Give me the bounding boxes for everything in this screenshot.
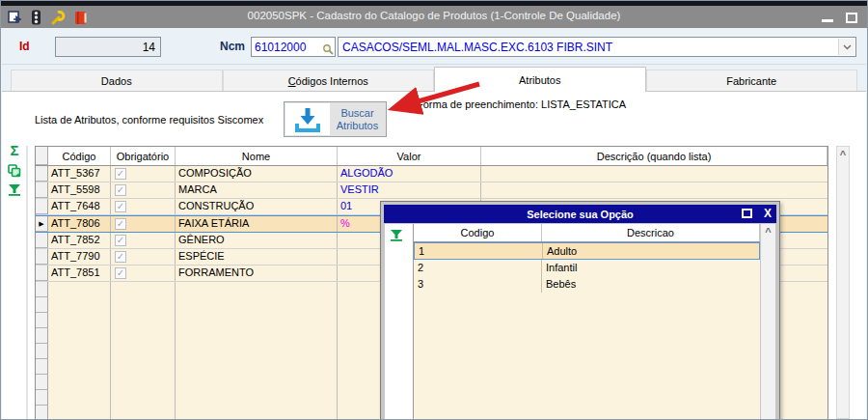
cell-codigo[interactable]: 3 bbox=[414, 276, 542, 293]
table-row[interactable]: ATT_5367✓COMPOSIÇÃOALGODÃO bbox=[36, 166, 827, 182]
empty-cell[interactable] bbox=[111, 344, 176, 359]
cell-descricao[interactable] bbox=[481, 182, 827, 198]
empty-cell[interactable] bbox=[176, 375, 338, 390]
tab-fabricante[interactable]: Fabricante bbox=[646, 70, 858, 91]
cell-valor[interactable]: VESTIR bbox=[338, 182, 481, 198]
empty-cell[interactable] bbox=[111, 406, 176, 419]
copy-export-icon[interactable] bbox=[8, 159, 22, 179]
grid-vertical-scrollbar[interactable]: ^ bbox=[836, 146, 850, 419]
cell-obrigatorio[interactable]: ✓ bbox=[111, 166, 176, 182]
table-row[interactable]: ATT_5598✓MARCAVESTIR bbox=[36, 182, 827, 199]
row-indicator bbox=[36, 344, 48, 359]
cell-codigo[interactable]: ATT_5598 bbox=[48, 182, 111, 198]
column-header[interactable]: Codigo bbox=[414, 224, 542, 241]
cell-nome[interactable]: CONSTRUÇÃO bbox=[176, 199, 338, 214]
empty-cell[interactable] bbox=[176, 297, 338, 313]
option-row[interactable]: 2Infantil bbox=[414, 260, 760, 276]
options-grid-body: 1Adulto2Infantil3Bebês bbox=[414, 242, 760, 420]
app-window: 002050SPK - Cadastro do Catalogo de Prod… bbox=[0, 0, 868, 420]
scroll-up-icon[interactable]: ^ bbox=[761, 224, 775, 238]
cell-descricao[interactable]: Bebês bbox=[542, 276, 760, 293]
empty-cell[interactable] bbox=[111, 297, 176, 313]
cell-nome[interactable]: FORRAMENTO bbox=[176, 266, 338, 281]
empty-cell[interactable] bbox=[176, 406, 338, 419]
dialog-maximize-button[interactable] bbox=[742, 209, 752, 218]
tab-dados[interactable]: Dados bbox=[11, 70, 223, 91]
cell-obrigatorio[interactable]: ✓ bbox=[111, 249, 176, 265]
column-header[interactable]: Código bbox=[48, 147, 111, 165]
empty-cell[interactable] bbox=[111, 390, 176, 406]
id-field[interactable]: 14 bbox=[55, 37, 161, 57]
buscar-atributos-button[interactable]: BuscarAtributos bbox=[284, 101, 387, 137]
cell-obrigatorio[interactable]: ✓ bbox=[111, 233, 176, 248]
dialog-scrollbar[interactable]: ^ bbox=[760, 224, 775, 420]
column-header[interactable]: Valor bbox=[338, 147, 481, 165]
column-header[interactable]: Descricao bbox=[542, 224, 760, 241]
empty-cell[interactable] bbox=[111, 359, 176, 375]
empty-cell[interactable] bbox=[176, 328, 338, 344]
cell-nome[interactable]: ESPÉCIE bbox=[176, 249, 338, 265]
empty-cell[interactable] bbox=[48, 282, 111, 297]
tab-atributos[interactable]: Atributos bbox=[434, 67, 646, 92]
cell-obrigatorio[interactable]: ✓ bbox=[111, 199, 176, 214]
empty-cell[interactable] bbox=[176, 313, 338, 328]
cell-codigo[interactable]: ATT_5367 bbox=[48, 166, 111, 182]
combo-dropdown-button[interactable] bbox=[838, 39, 854, 55]
id-label: Id bbox=[19, 40, 30, 53]
window-title: 002050SPK - Cadastro do Catalogo de Prod… bbox=[1, 10, 867, 21]
empty-cell[interactable] bbox=[111, 328, 176, 344]
option-row[interactable]: 1Adulto bbox=[414, 242, 760, 260]
cell-codigo[interactable]: 1 bbox=[415, 243, 543, 259]
filter-icon[interactable] bbox=[390, 232, 403, 243]
empty-cell[interactable] bbox=[48, 406, 111, 419]
empty-cell[interactable] bbox=[48, 375, 111, 390]
cell-nome[interactable]: FAIXA ETÁRIA bbox=[176, 216, 338, 232]
options-grid[interactable]: CodigoDescricao 1Adulto2Infantil3Bebês bbox=[413, 224, 760, 420]
column-header[interactable]: Descrição (quando lista) bbox=[481, 147, 827, 165]
cell-descricao[interactable] bbox=[481, 166, 827, 182]
empty-cell[interactable] bbox=[176, 282, 338, 297]
empty-cell[interactable] bbox=[176, 390, 338, 406]
empty-cell[interactable] bbox=[48, 344, 111, 359]
maximize-button[interactable] bbox=[846, 13, 857, 23]
empty-cell[interactable] bbox=[176, 359, 338, 375]
empty-cell[interactable] bbox=[48, 359, 111, 375]
cell-obrigatorio[interactable]: ✓ bbox=[111, 182, 176, 198]
cell-nome[interactable]: MARCA bbox=[176, 182, 338, 198]
cell-nome[interactable]: COMPOSIÇÃO bbox=[176, 166, 338, 182]
empty-cell[interactable] bbox=[111, 313, 176, 328]
cell-codigo[interactable]: ATT_7806 bbox=[48, 216, 111, 232]
minimize-button[interactable] bbox=[822, 19, 833, 22]
column-header[interactable]: Nome bbox=[176, 147, 338, 165]
option-row[interactable]: 3Bebês bbox=[414, 276, 760, 293]
empty-cell[interactable] bbox=[176, 344, 338, 359]
column-header[interactable]: Obrigatório bbox=[111, 147, 176, 165]
scroll-up-icon[interactable]: ^ bbox=[837, 147, 849, 161]
empty-cell[interactable] bbox=[48, 297, 111, 313]
cell-descricao[interactable]: Adulto bbox=[543, 243, 759, 259]
ncm-description-combobox[interactable]: CASACOS/SEML.MAL.MASC.EXC.6103 FIBR.SINT bbox=[338, 37, 856, 57]
options-grid-header: CodigoDescricao bbox=[414, 224, 760, 242]
ncm-code-field[interactable]: 61012000 bbox=[251, 37, 336, 57]
dialog-close-icon[interactable]: X bbox=[764, 208, 772, 219]
sum-icon[interactable]: Σ bbox=[10, 142, 18, 159]
dialog-title-bar[interactable]: Selecione sua Opção X bbox=[384, 205, 776, 223]
cell-nome[interactable]: GÊNERO bbox=[176, 233, 338, 248]
cell-codigo[interactable]: ATT_7852 bbox=[48, 233, 111, 248]
checkbox-checked-icon: ✓ bbox=[115, 201, 126, 212]
cell-codigo[interactable]: 2 bbox=[414, 260, 542, 276]
empty-cell[interactable] bbox=[111, 282, 176, 297]
empty-cell[interactable] bbox=[111, 375, 176, 390]
empty-cell[interactable] bbox=[48, 313, 111, 328]
cell-codigo[interactable]: ATT_7851 bbox=[48, 266, 111, 281]
filter-icon[interactable] bbox=[8, 179, 21, 196]
cell-descricao[interactable]: Infantil bbox=[542, 260, 760, 276]
cell-codigo[interactable]: ATT_7790 bbox=[48, 249, 111, 265]
cell-codigo[interactable]: ATT_7648 bbox=[48, 199, 111, 214]
cell-obrigatorio[interactable]: ✓ bbox=[111, 216, 176, 232]
tab-códigos-internos[interactable]: Códigos Internos bbox=[223, 70, 435, 91]
cell-obrigatorio[interactable]: ✓ bbox=[111, 266, 176, 281]
empty-cell[interactable] bbox=[48, 390, 111, 406]
cell-valor[interactable]: ALGODÃO bbox=[338, 166, 481, 182]
empty-cell[interactable] bbox=[48, 328, 111, 344]
